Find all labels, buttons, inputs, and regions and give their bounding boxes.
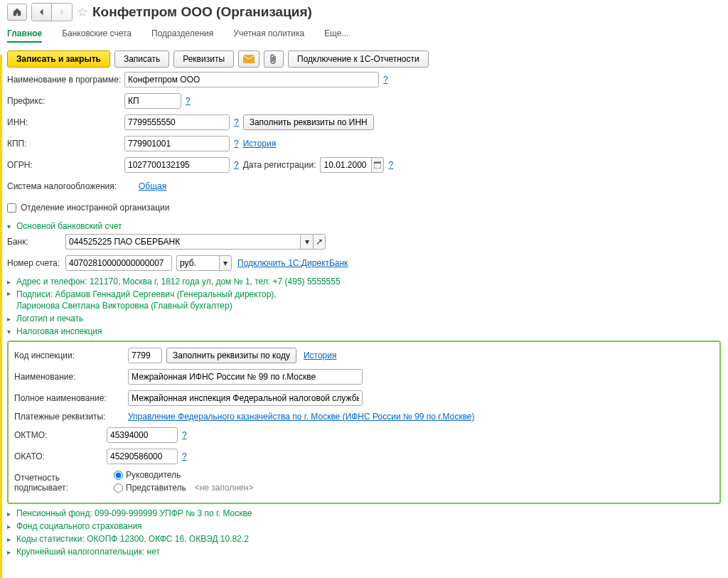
name-in-program-label: Наименование в программе: bbox=[7, 75, 124, 85]
attach-button[interactable] bbox=[264, 50, 284, 68]
chevron-right-icon[interactable]: ▸ bbox=[7, 548, 11, 556]
help-icon[interactable]: ? bbox=[383, 75, 388, 85]
stat-codes-section[interactable]: Коды статистики: ОКОПФ 12300, ОКФС 16, О… bbox=[16, 534, 249, 544]
chevron-right-icon[interactable]: ▸ bbox=[7, 535, 11, 543]
payment-req-link[interactable]: Управление Федерального казначейства по … bbox=[128, 412, 475, 422]
connect-1c-reporting-button[interactable]: Подключение к 1С-Отчетности bbox=[288, 50, 429, 68]
help-icon[interactable]: ? bbox=[234, 160, 239, 170]
tax-inspection-box: Код инспекции: Заполнить реквизиты по ко… bbox=[7, 341, 721, 504]
signer-head-label: Руководитель bbox=[126, 470, 181, 480]
help-icon[interactable]: ? bbox=[182, 451, 187, 461]
signer-rep-label: Представитель bbox=[126, 483, 186, 493]
prefix-input[interactable] bbox=[124, 93, 181, 109]
dropdown-icon[interactable]: ▾ bbox=[300, 234, 313, 250]
okato-label: ОКАТО: bbox=[14, 451, 107, 461]
ogrn-label: ОГРН: bbox=[7, 160, 124, 170]
signer-rep-radio[interactable] bbox=[114, 483, 123, 493]
connect-directbank-link[interactable]: Подключить 1С:ДиректБанк bbox=[237, 258, 348, 268]
largest-taxpayer-section[interactable]: Крупнейший налогоплательщик: нет bbox=[16, 547, 160, 557]
prefix-label: Префикс: bbox=[7, 96, 124, 106]
page-title: Конфетпром ООО (Организация) bbox=[92, 4, 312, 20]
save-button[interactable]: Записать bbox=[114, 50, 169, 68]
insp-fullname-label: Полное наименование: bbox=[14, 393, 128, 403]
dropdown-icon[interactable]: ▾ bbox=[219, 255, 232, 271]
chevron-right-icon[interactable]: ▸ bbox=[7, 289, 11, 297]
insp-code-input[interactable] bbox=[128, 348, 162, 363]
signer-label: Отчетность подписывает: bbox=[14, 473, 114, 493]
insp-fullname-input[interactable] bbox=[128, 390, 363, 406]
chevron-right-icon[interactable]: ▸ bbox=[7, 315, 11, 323]
oktmo-label: ОКТМО: bbox=[14, 430, 107, 440]
kpp-label: КПП: bbox=[7, 139, 124, 149]
help-icon[interactable]: ? bbox=[182, 430, 187, 440]
favorite-icon[interactable]: ☆ bbox=[77, 4, 88, 20]
inn-input[interactable] bbox=[124, 114, 230, 130]
chevron-down-icon[interactable]: ▾ bbox=[7, 328, 11, 336]
back-button[interactable] bbox=[32, 4, 52, 21]
save-close-button[interactable]: Записать и закрыть bbox=[7, 50, 110, 68]
help-icon[interactable]: ? bbox=[388, 160, 393, 170]
tab-main[interactable]: Главное bbox=[7, 28, 42, 43]
fill-by-code-button[interactable]: Заполнить реквизиты по коду bbox=[166, 348, 296, 363]
insp-name-label: Наименование: bbox=[14, 372, 128, 382]
foreign-branch-label: Отделение иностранной организации bbox=[21, 203, 169, 213]
chevron-right-icon[interactable]: ▸ bbox=[7, 510, 11, 518]
calendar-icon[interactable] bbox=[371, 157, 384, 173]
signer-rep-not-filled: <не заполнен> bbox=[195, 483, 254, 493]
tab-more[interactable]: Еще... bbox=[324, 28, 348, 43]
tax-system-link[interactable]: Общая bbox=[139, 181, 166, 191]
chevron-right-icon[interactable]: ▸ bbox=[7, 278, 11, 286]
header-bar: ☆ Конфетпром ООО (Организация) bbox=[7, 3, 721, 21]
logo-stamp-section[interactable]: Логотип и печать bbox=[16, 314, 83, 323]
insp-history-link[interactable]: История bbox=[304, 350, 337, 360]
account-input[interactable] bbox=[65, 255, 172, 271]
reg-date-label: Дата регистрации: bbox=[243, 160, 316, 170]
oktmo-input[interactable] bbox=[107, 427, 178, 443]
tax-inspection-section[interactable]: Налоговая инспекция bbox=[16, 326, 102, 336]
signer-head-radio[interactable] bbox=[114, 471, 123, 480]
home-button[interactable] bbox=[7, 4, 27, 21]
help-icon[interactable]: ? bbox=[234, 117, 239, 127]
fss-section[interactable]: Фонд социального страхования bbox=[16, 521, 142, 531]
tab-bank-accounts[interactable]: Банковские счета bbox=[62, 28, 132, 43]
account-label: Номер счета: bbox=[7, 258, 65, 268]
insp-code-label: Код инспекции: bbox=[14, 350, 128, 360]
mail-button[interactable] bbox=[238, 50, 259, 68]
requisites-button[interactable]: Реквизиты bbox=[173, 50, 234, 68]
address-phone-section[interactable]: Адрес и телефон: 121170, Москва г, 1812 … bbox=[16, 277, 341, 287]
help-icon[interactable]: ? bbox=[234, 139, 239, 149]
svg-rect-2 bbox=[374, 162, 381, 164]
payment-req-label: Платежные реквизиты: bbox=[14, 412, 128, 422]
insp-name-input[interactable] bbox=[128, 369, 363, 385]
forward-button bbox=[52, 4, 72, 21]
currency-input[interactable] bbox=[176, 255, 219, 271]
bank-label: Банк: bbox=[7, 237, 65, 247]
help-icon[interactable]: ? bbox=[186, 96, 191, 106]
okato-input[interactable] bbox=[107, 449, 178, 464]
bank-input[interactable] bbox=[65, 234, 300, 250]
kpp-history-link[interactable]: История bbox=[243, 139, 277, 149]
fill-by-inn-button[interactable]: Заполнить реквизиты по ИНН bbox=[243, 114, 374, 130]
ogrn-input[interactable] bbox=[124, 157, 230, 173]
name-in-program-input[interactable] bbox=[124, 72, 379, 87]
kpp-input[interactable] bbox=[124, 136, 230, 151]
inn-label: ИНН: bbox=[7, 117, 124, 127]
reg-date-input[interactable] bbox=[320, 157, 371, 173]
chevron-down-icon[interactable]: ▾ bbox=[7, 223, 11, 230]
signatures-section[interactable]: Подписи: Абрамов Геннадий Сергеевич (Ген… bbox=[16, 289, 277, 299]
open-icon[interactable]: ↗ bbox=[313, 234, 326, 250]
tab-divisions[interactable]: Подразделения bbox=[151, 28, 213, 43]
toolbar: Записать и закрыть Записать Реквизиты По… bbox=[7, 50, 721, 68]
chevron-right-icon[interactable]: ▸ bbox=[7, 523, 11, 530]
tax-system-label: Система налогообложения: bbox=[7, 181, 139, 191]
pension-fund-section[interactable]: Пенсионный фонд: 099-099-999999 УПФР № 3… bbox=[16, 508, 252, 518]
tab-accounting-policy[interactable]: Учетная политика bbox=[233, 28, 304, 43]
foreign-branch-checkbox[interactable] bbox=[7, 203, 16, 213]
nav-group bbox=[31, 3, 73, 21]
tabs: Главное Банковские счета Подразделения У… bbox=[7, 28, 721, 43]
main-bank-account-section[interactable]: Основной банковский счет bbox=[16, 221, 122, 231]
signatures-line2[interactable]: Ларионова Светлана Викторовна (Главный б… bbox=[16, 301, 277, 311]
